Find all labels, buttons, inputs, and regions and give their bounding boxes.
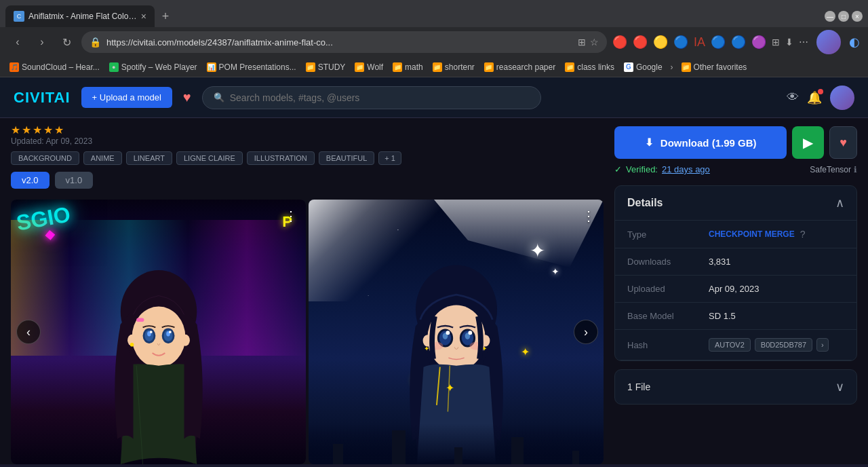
hash-more-button[interactable]: › — [816, 338, 829, 352]
hash-type-badge[interactable]: AUTOV2 — [709, 338, 751, 352]
tags-container: BACKGROUND ANIME LINEART LIGNE CLAIRE IL… — [11, 151, 604, 165]
bookmark-spotify[interactable]: ● Spotify – Web Player — [105, 61, 201, 73]
bookmark-label: Google — [636, 62, 663, 72]
bookmark-shortenr[interactable]: 📁 shortenr — [429, 61, 479, 73]
reader-mode-icon[interactable]: ⊞ — [578, 37, 586, 48]
extension-icon-3[interactable]: 🟡 — [653, 35, 668, 50]
bookmark-research[interactable]: 📁 reasearch paper — [480, 61, 559, 73]
maximize-button[interactable]: □ — [838, 11, 849, 22]
favorites-button[interactable]: ♥ — [183, 90, 191, 105]
tag-illustration[interactable]: ILLUSTRATION — [247, 151, 315, 165]
version-buttons: v2.0 v1.0 — [11, 172, 604, 189]
tag-beautiful[interactable]: BEAUTIFUL — [319, 151, 375, 165]
hash-values: AUTOV2 B0D25DB787 › — [709, 338, 829, 352]
more-options-icon[interactable]: ⋯ — [799, 37, 808, 48]
tab-close-button[interactable]: × — [141, 11, 146, 22]
study-favicon: 📁 — [306, 62, 315, 72]
safe-tensor-info-icon[interactable]: ℹ — [854, 165, 857, 174]
downloads-icon[interactable]: ⬇ — [785, 37, 793, 48]
bookmark-study[interactable]: 📁 STUDY — [302, 61, 350, 73]
gallery-prev-button[interactable]: ‹ — [16, 320, 41, 344]
bookmark-label: SoundCloud – Hear... — [22, 62, 100, 72]
tag-anime[interactable]: ANIME — [83, 151, 122, 165]
bookmark-label: STUDY — [318, 62, 346, 72]
gallery-image-1[interactable]: SGIO ◆ P — [11, 200, 306, 464]
svg-point-11 — [180, 335, 189, 346]
extension-icon-7[interactable]: 🔵 — [731, 35, 746, 50]
spotify-favicon: ● — [109, 62, 119, 72]
bookmark-wolf[interactable]: 📁 Wolf — [351, 61, 387, 73]
bookmark-label: shortenr — [445, 62, 475, 72]
type-help-icon[interactable]: ? — [800, 229, 806, 240]
address-bar[interactable]: 🔒 https://civitai.com/models/24387/anifl… — [81, 31, 607, 53]
bookmark-pom[interactable]: 📊 POM Presentations... — [203, 61, 300, 73]
more-bookmarks-button[interactable]: › — [668, 61, 676, 73]
minimize-button[interactable]: — — [825, 11, 835, 22]
copilot-icon[interactable]: ◐ — [849, 35, 860, 50]
forward-button[interactable]: › — [33, 33, 52, 52]
new-tab-button[interactable]: + — [157, 8, 174, 24]
active-tab[interactable]: C Aniflatmix - Anime Flat Color Sty... × — [5, 5, 155, 27]
svg-rect-13 — [136, 318, 144, 322]
wolf-favicon: 📁 — [355, 62, 364, 72]
extension-icon-1[interactable]: 🔴 — [612, 35, 627, 50]
tag-ligne-claire[interactable]: LIGNE CLAIRE — [176, 151, 243, 165]
search-bar[interactable]: 🔍 — [202, 86, 541, 109]
upload-model-button[interactable]: + Upload a model — [81, 87, 172, 108]
detail-row-type: Type CHECKPOINT MERGE ? — [615, 221, 856, 248]
extensions-button[interactable]: ⊞ — [772, 37, 780, 48]
user-avatar[interactable] — [830, 86, 854, 110]
files-collapse-icon[interactable]: ∨ — [835, 379, 844, 394]
extension-icon-6[interactable]: 🔵 — [711, 35, 726, 50]
soundcloud-favicon: 🎵 — [9, 62, 19, 72]
extension-icon-2[interactable]: 🔴 — [633, 35, 648, 50]
close-button[interactable]: × — [852, 11, 863, 22]
tag-background[interactable]: BACKGROUND — [11, 151, 79, 165]
tag-more[interactable]: + 1 — [378, 151, 401, 165]
search-input[interactable] — [230, 92, 530, 103]
play-button[interactable]: ▶ — [792, 126, 824, 159]
extension-icon-4[interactable]: 🔵 — [673, 35, 688, 50]
bookmark-other-favorites[interactable]: 📁 Other favorites — [677, 61, 751, 73]
gallery-menu-2[interactable]: ⋮ — [582, 208, 595, 224]
math-favicon: 📁 — [393, 62, 402, 72]
bookmark-soundcloud[interactable]: 🎵 SoundCloud – Hear... — [5, 61, 104, 73]
tag-lineart[interactable]: LINEART — [126, 151, 172, 165]
favorite-button[interactable]: ♥ — [829, 126, 857, 159]
base-model-label: Base Model — [627, 311, 709, 321]
details-title: Details — [627, 197, 663, 209]
hide-nsfw-icon[interactable]: 👁 — [787, 90, 799, 105]
svg-point-23 — [468, 331, 472, 335]
extension-icon-8[interactable]: 🟣 — [751, 35, 766, 50]
bookmark-label: reasearch paper — [496, 62, 555, 72]
details-collapse-icon[interactable]: ∧ — [835, 195, 844, 210]
extension-icon-5[interactable]: IA — [694, 35, 705, 50]
bookmark-star-icon[interactable]: ☆ — [590, 37, 599, 48]
safe-tensor-text: SafeTensor — [810, 165, 851, 174]
verified-date-link[interactable]: 21 days ago — [662, 164, 710, 174]
gallery-menu-1[interactable]: ⋮ — [284, 208, 298, 224]
svg-point-12 — [130, 343, 134, 347]
detail-row-downloads: Downloads 3,831 — [615, 248, 856, 276]
type-value[interactable]: CHECKPOINT MERGE — [709, 229, 795, 239]
bookmark-class-links[interactable]: 📁 class links — [561, 61, 618, 73]
pom-favicon: 📊 — [207, 62, 216, 72]
reload-button[interactable]: ↻ — [57, 33, 76, 52]
verified-row: ✓ Verified: 21 days ago SafeTensor ℹ — [614, 164, 857, 174]
bookmark-google[interactable]: G Google — [620, 61, 667, 73]
star-rating: ★★★★★ — [11, 124, 604, 136]
back-button[interactable]: ‹ — [8, 33, 27, 52]
profile-avatar[interactable] — [816, 30, 841, 54]
download-button[interactable]: ⬇ Download (1.99 GB) — [614, 126, 787, 159]
version-v2-button[interactable]: v2.0 — [11, 172, 50, 189]
image-gallery: SGIO ◆ P — [11, 200, 604, 464]
gallery-image-2[interactable]: ✦ ✦ · · ✦ ✦ — [309, 200, 604, 464]
class-links-favicon: 📁 — [565, 62, 574, 72]
bookmark-label: math — [405, 62, 423, 72]
gallery-next-button[interactable]: › — [574, 320, 598, 344]
notifications-icon[interactable]: 🔔 — [807, 90, 822, 105]
bookmark-math[interactable]: 📁 math — [389, 61, 427, 73]
version-v1-button[interactable]: v1.0 — [55, 172, 94, 189]
details-header: Details ∧ — [615, 186, 856, 221]
site-logo[interactable]: CIVITAI — [14, 89, 71, 107]
